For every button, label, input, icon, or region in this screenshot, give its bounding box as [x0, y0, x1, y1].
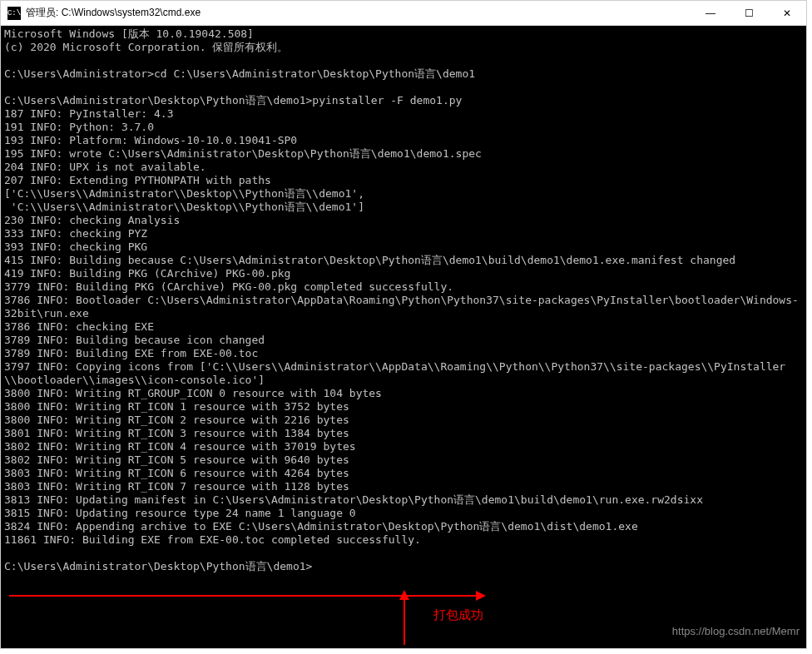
terminal-line: 3789 INFO: Building EXE from EXE-00.toc — [4, 347, 803, 360]
terminal-line: 3803 INFO: Writing RT_ICON 6 resource wi… — [4, 467, 803, 480]
titlebar[interactable]: C:\ 管理员: C:\Windows\system32\cmd.exe — ☐… — [1, 1, 806, 26]
window-title: 管理员: C:\Windows\system32\cmd.exe — [26, 6, 691, 20]
terminal-line: Microsoft Windows [版本 10.0.19042.508] — [4, 27, 803, 41]
cmd-window: C:\ 管理员: C:\Windows\system32\cmd.exe — ☐… — [0, 0, 807, 649]
terminal-line: 3800 INFO: Writing RT_GROUP_ICON 0 resou… — [4, 387, 803, 400]
terminal-line: 3779 INFO: Building PKG (CArchive) PKG-0… — [4, 280, 803, 294]
terminal-line: 393 INFO: checking PKG — [4, 240, 803, 254]
terminal-line: 207 INFO: Extending PYTHONPATH with path… — [4, 174, 803, 187]
terminal-line: 3786 INFO: Bootloader C:\Users\Administr… — [4, 294, 803, 320]
annotation-label: 打包成功 — [433, 608, 483, 622]
terminal-line: 3813 INFO: Updating manifest in C:\Users… — [4, 493, 803, 507]
window-controls: — ☐ ✕ — [691, 1, 806, 25]
terminal-line: 3803 INFO: Writing RT_ICON 7 resource wi… — [4, 480, 803, 493]
terminal-line: 3797 INFO: Copying icons from ['C:\\User… — [4, 360, 803, 387]
terminal-line: 419 INFO: Building PKG (CArchive) PKG-00… — [4, 267, 803, 280]
terminal-line: ['C:\\Users\\Administrator\\Desktop\\Pyt… — [4, 187, 803, 201]
terminal-line: C:\Users\Administrator>cd C:\Users\Admin… — [4, 67, 803, 81]
cmd-icon: C:\ — [7, 7, 21, 20]
terminal-line: 11861 INFO: Building EXE from EXE-00.toc… — [4, 533, 803, 547]
terminal-line — [4, 54, 803, 67]
terminal-line — [4, 81, 803, 94]
terminal-line: 3786 INFO: checking EXE — [4, 320, 803, 334]
terminal-line: 3801 INFO: Writing RT_ICON 3 resource wi… — [4, 427, 803, 440]
terminal-line: 333 INFO: checking PYZ — [4, 227, 803, 240]
terminal-line: 3815 INFO: Updating resource type 24 nam… — [4, 507, 803, 520]
close-button[interactable]: ✕ — [768, 1, 806, 26]
terminal-line: (c) 2020 Microsoft Corporation. 保留所有权利。 — [4, 41, 803, 54]
terminal-line: 204 INFO: UPX is not available. — [4, 161, 803, 174]
annotation-arrow-vertical — [404, 598, 405, 645]
terminal-area[interactable]: Microsoft Windows [版本 10.0.19042.508](c)… — [1, 26, 806, 648]
terminal-line: 3802 INFO: Writing RT_ICON 4 resource wi… — [4, 440, 803, 453]
minimize-button[interactable]: — — [691, 1, 730, 26]
terminal-line: 187 INFO: PyInstaller: 4.3 — [4, 107, 803, 121]
terminal-line: 'C:\\Users\\Administrator\\Desktop\\Pyth… — [4, 201, 803, 214]
terminal-line: 191 INFO: Python: 3.7.0 — [4, 121, 803, 134]
terminal-line: 3800 INFO: Writing RT_ICON 2 resource wi… — [4, 414, 803, 427]
maximize-button[interactable]: ☐ — [730, 1, 768, 26]
terminal-line: 230 INFO: checking Analysis — [4, 214, 803, 227]
terminal-line: 415 INFO: Building because C:\Users\Admi… — [4, 254, 803, 267]
terminal-line: 195 INFO: wrote C:\Users\Administrator\D… — [4, 147, 803, 161]
terminal-line: 3802 INFO: Writing RT_ICON 5 resource wi… — [4, 453, 803, 467]
terminal-line: 193 INFO: Platform: Windows-10-10.0.1904… — [4, 134, 803, 147]
terminal-line: 3800 INFO: Writing RT_ICON 1 resource wi… — [4, 400, 803, 414]
watermark: https://blog.csdn.net/Memr — [672, 625, 800, 638]
terminal-line: 3824 INFO: Appending archive to EXE C:\U… — [4, 520, 803, 533]
terminal-line: C:\Users\Administrator\Desktop\Python语言\… — [4, 560, 803, 573]
terminal-line: 3789 INFO: Building because icon changed — [4, 334, 803, 347]
terminal-line: C:\Users\Administrator\Desktop\Python语言\… — [4, 94, 803, 107]
terminal-line — [4, 547, 803, 560]
